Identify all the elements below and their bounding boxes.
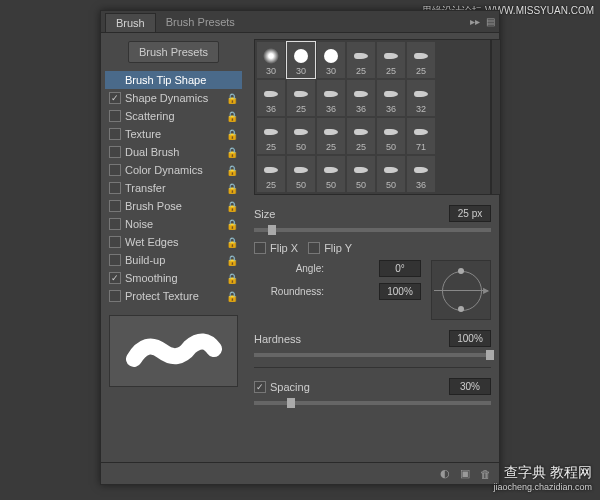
lock-icon[interactable]: 🔒 bbox=[226, 183, 238, 194]
tab-brush[interactable]: Brush bbox=[105, 13, 156, 32]
lock-icon[interactable]: 🔒 bbox=[226, 147, 238, 158]
spacing-value[interactable]: 30% bbox=[449, 378, 491, 395]
brush-tip[interactable]: 30 bbox=[287, 42, 315, 78]
tab-bar: Brush Brush Presets ▸▸ ▤ bbox=[101, 11, 499, 33]
tip-size-label: 71 bbox=[416, 142, 426, 152]
brush-tip[interactable]: 25 bbox=[257, 156, 285, 192]
brush-tip[interactable]: 25 bbox=[347, 42, 375, 78]
brush-tip[interactable]: 36 bbox=[257, 80, 285, 116]
tab-brush-presets[interactable]: Brush Presets bbox=[156, 13, 245, 31]
sidebar-item-noise[interactable]: Noise🔒 bbox=[105, 215, 242, 233]
tip-size-label: 50 bbox=[386, 180, 396, 190]
sidebar-item-label: Smoothing bbox=[125, 272, 178, 284]
checkbox-icon[interactable] bbox=[109, 254, 121, 266]
sidebar-item-smoothing[interactable]: Smoothing🔒 bbox=[105, 269, 242, 287]
tip-size-label: 36 bbox=[416, 180, 426, 190]
angle-compass[interactable]: ▶ bbox=[431, 260, 491, 320]
sidebar-item-label: Transfer bbox=[125, 182, 166, 194]
checkbox-icon[interactable] bbox=[109, 236, 121, 248]
checkbox-icon[interactable] bbox=[109, 92, 121, 104]
brush-tip[interactable]: 32 bbox=[407, 80, 435, 116]
tip-size-label: 25 bbox=[356, 142, 366, 152]
lock-icon[interactable]: 🔒 bbox=[226, 201, 238, 212]
lock-icon[interactable]: 🔒 bbox=[226, 111, 238, 122]
lock-icon[interactable]: 🔒 bbox=[226, 237, 238, 248]
brush-tip[interactable]: 36 bbox=[347, 80, 375, 116]
brush-tip[interactable]: 36 bbox=[407, 156, 435, 192]
lock-icon[interactable]: 🔒 bbox=[226, 93, 238, 104]
sidebar-item-wet-edges[interactable]: Wet Edges🔒 bbox=[105, 233, 242, 251]
new-icon[interactable]: ▣ bbox=[460, 467, 470, 480]
brush-tip[interactable]: 50 bbox=[287, 156, 315, 192]
spacing-checkbox[interactable]: Spacing bbox=[254, 381, 310, 393]
toggle-icon[interactable]: ◐ bbox=[440, 467, 450, 480]
spacing-slider[interactable] bbox=[254, 401, 491, 405]
tip-size-label: 25 bbox=[266, 180, 276, 190]
expand-icon[interactable]: ▸▸ bbox=[470, 16, 480, 27]
checkbox-icon[interactable] bbox=[109, 218, 121, 230]
brush-presets-button[interactable]: Brush Presets bbox=[128, 41, 219, 63]
checkbox-icon[interactable] bbox=[109, 128, 121, 140]
tip-size-label: 50 bbox=[356, 180, 366, 190]
brush-tip[interactable]: 25 bbox=[287, 80, 315, 116]
sidebar-item-color-dynamics[interactable]: Color Dynamics🔒 bbox=[105, 161, 242, 179]
checkbox-icon[interactable] bbox=[109, 164, 121, 176]
lock-icon[interactable]: 🔒 bbox=[226, 165, 238, 176]
brush-tip[interactable]: 50 bbox=[377, 118, 405, 154]
trash-icon[interactable]: 🗑 bbox=[480, 468, 491, 480]
scrollbar[interactable] bbox=[491, 39, 501, 195]
brush-tip-grid: 3030302525253625363636322550252550712550… bbox=[254, 39, 491, 195]
tip-size-label: 50 bbox=[296, 180, 306, 190]
lock-icon[interactable]: 🔒 bbox=[226, 219, 238, 230]
checkbox-icon[interactable] bbox=[109, 146, 121, 158]
brush-tip[interactable]: 25 bbox=[317, 118, 345, 154]
brush-tip[interactable]: 50 bbox=[377, 156, 405, 192]
brush-tip[interactable]: 36 bbox=[317, 80, 345, 116]
brush-tip[interactable]: 25 bbox=[257, 118, 285, 154]
sidebar-item-label: Brush Pose bbox=[125, 200, 182, 212]
roundness-value[interactable]: 100% bbox=[379, 283, 421, 300]
lock-icon[interactable]: 🔒 bbox=[226, 291, 238, 302]
brush-tip[interactable]: 50 bbox=[287, 118, 315, 154]
brush-tip[interactable]: 36 bbox=[377, 80, 405, 116]
brush-tip[interactable]: 25 bbox=[407, 42, 435, 78]
sidebar-item-brush-tip-shape[interactable]: Brush Tip Shape bbox=[105, 71, 242, 89]
panel-footer: ◐ ▣ 🗑 bbox=[101, 462, 499, 484]
checkbox-icon[interactable] bbox=[109, 272, 121, 284]
brush-tip[interactable]: 30 bbox=[257, 42, 285, 78]
checkbox-icon[interactable] bbox=[109, 110, 121, 122]
tip-size-label: 36 bbox=[326, 104, 336, 114]
brush-tip[interactable]: 50 bbox=[347, 156, 375, 192]
checkbox-icon[interactable] bbox=[109, 290, 121, 302]
angle-value[interactable]: 0° bbox=[379, 260, 421, 277]
lock-icon[interactable]: 🔒 bbox=[226, 255, 238, 266]
size-slider[interactable] bbox=[254, 228, 491, 232]
sidebar-item-build-up[interactable]: Build-up🔒 bbox=[105, 251, 242, 269]
brush-panel: Brush Brush Presets ▸▸ ▤ Brush Presets B… bbox=[100, 10, 500, 485]
menu-icon[interactable]: ▤ bbox=[486, 16, 495, 27]
sidebar-item-texture[interactable]: Texture🔒 bbox=[105, 125, 242, 143]
lock-icon[interactable]: 🔒 bbox=[226, 273, 238, 284]
sidebar-item-protect-texture[interactable]: Protect Texture🔒 bbox=[105, 287, 242, 305]
flip-x-checkbox[interactable]: Flip X bbox=[254, 242, 298, 254]
brush-tip[interactable]: 71 bbox=[407, 118, 435, 154]
brush-tip[interactable]: 25 bbox=[377, 42, 405, 78]
sidebar-item-label: Wet Edges bbox=[125, 236, 179, 248]
sidebar-item-dual-brush[interactable]: Dual Brush🔒 bbox=[105, 143, 242, 161]
brush-tip[interactable]: 30 bbox=[317, 42, 345, 78]
hardness-value[interactable]: 100% bbox=[449, 330, 491, 347]
hardness-slider[interactable] bbox=[254, 353, 491, 357]
lock-icon[interactable]: 🔒 bbox=[226, 129, 238, 140]
sidebar-item-shape-dynamics[interactable]: Shape Dynamics🔒 bbox=[105, 89, 242, 107]
flip-y-checkbox[interactable]: Flip Y bbox=[308, 242, 352, 254]
sidebar-item-transfer[interactable]: Transfer🔒 bbox=[105, 179, 242, 197]
checkbox-icon[interactable] bbox=[109, 200, 121, 212]
sidebar-item-brush-pose[interactable]: Brush Pose🔒 bbox=[105, 197, 242, 215]
sidebar-item-label: Shape Dynamics bbox=[125, 92, 208, 104]
brush-tip[interactable]: 50 bbox=[317, 156, 345, 192]
size-value[interactable]: 25 px bbox=[449, 205, 491, 222]
sidebar-item-scattering[interactable]: Scattering🔒 bbox=[105, 107, 242, 125]
tip-size-label: 30 bbox=[266, 66, 276, 76]
checkbox-icon[interactable] bbox=[109, 182, 121, 194]
brush-tip[interactable]: 25 bbox=[347, 118, 375, 154]
